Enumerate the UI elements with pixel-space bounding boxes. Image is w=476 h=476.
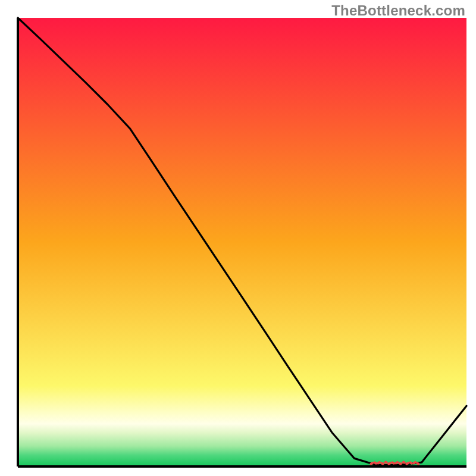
watermark-text: TheBottleneck.com [331, 2, 465, 19]
chart-stage: TheBottleneck.com [0, 0, 476, 476]
bottleneck-chart [0, 0, 476, 476]
chart-background [18, 18, 466, 466]
